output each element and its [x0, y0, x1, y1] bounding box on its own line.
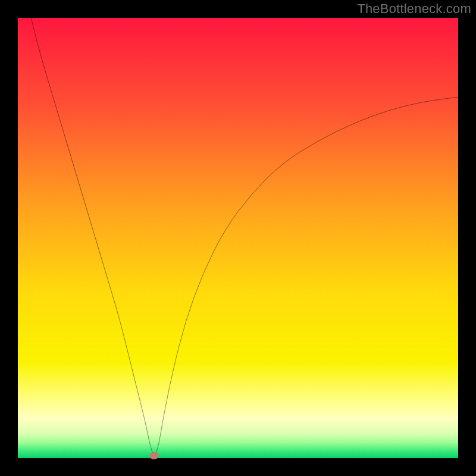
optimal-marker — [150, 452, 159, 459]
bottleneck-curve — [31, 18, 458, 455]
curve-layer — [18, 18, 458, 458]
plot-area — [18, 18, 458, 458]
watermark-text: TheBottleneck.com — [357, 1, 471, 17]
chart-canvas: TheBottleneck.com — [0, 0, 476, 476]
